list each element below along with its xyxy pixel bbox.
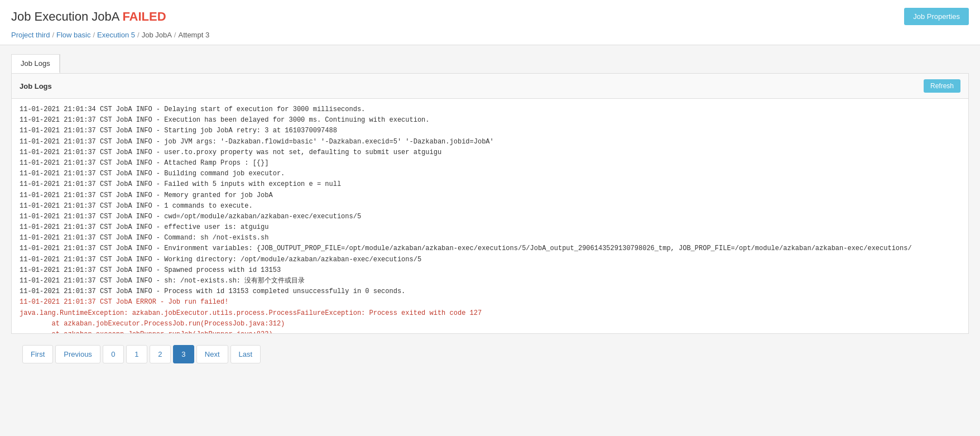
log-line: 11-01-2021 21:01:37 CST JobA INFO - Star… (20, 126, 960, 136)
page-title: Job Execution JobA FAILED (11, 9, 166, 24)
log-body: 11-01-2021 21:01:34 CST JobA INFO - Dela… (12, 99, 968, 333)
breadcrumb-project-label: Project (11, 31, 33, 39)
breadcrumb-attempt: Attempt 3 (178, 31, 209, 39)
log-line: 11-01-2021 21:01:37 CST JobA INFO - job … (20, 137, 960, 147)
log-section-title: Job Logs (20, 82, 52, 90)
tab-job-logs[interactable]: Job Logs (12, 55, 60, 73)
breadcrumb-flow-label: Flow (56, 31, 71, 39)
job-properties-button[interactable]: Job Properties (904, 8, 969, 25)
page-2-button[interactable]: 2 (150, 345, 171, 363)
pagination: First Previous 0 1 2 3 Next Last (11, 334, 969, 375)
log-line: 11-01-2021 21:01:37 CST JobA INFO - Atta… (20, 158, 960, 169)
log-line: 11-01-2021 21:01:37 CST JobA INFO - Comm… (20, 233, 960, 243)
breadcrumb-execution-link[interactable]: Execution 5 (97, 31, 135, 39)
title-status: FAILED (122, 9, 166, 23)
refresh-button[interactable]: Refresh (924, 79, 960, 93)
log-line: 11-01-2021 21:01:37 CST JobA INFO - Envi… (20, 243, 960, 254)
log-outer-container: Job Logs Refresh 11-01-2021 21:01:34 CST… (11, 73, 969, 334)
log-line: 11-01-2021 21:01:37 CST JobA INFO - sh: … (20, 276, 960, 286)
breadcrumb-sep-1: / (52, 31, 54, 39)
log-line: 11-01-2021 21:01:37 CST JobA INFO - cwd=… (20, 212, 960, 222)
log-header: Job Logs Refresh (12, 74, 968, 99)
log-line: 11-01-2021 21:01:37 CST JobA INFO - Spaw… (20, 265, 960, 276)
log-scroll-wrapper[interactable]: 11-01-2021 21:01:34 CST JobA INFO - Dela… (12, 99, 968, 333)
log-line: java.lang.RuntimeException: azkaban.jobE… (20, 308, 960, 319)
breadcrumb-job: Job JobA (142, 31, 172, 39)
breadcrumb-execution-number: 5 (131, 31, 135, 39)
title-row: Job Execution JobA FAILED Job Properties (11, 8, 969, 25)
log-line: 11-01-2021 21:01:37 CST JobA ERROR - Job… (20, 297, 960, 308)
log-line: 11-01-2021 21:01:37 CST JobA INFO - Work… (20, 255, 960, 265)
breadcrumb-sep-2: / (93, 31, 95, 39)
breadcrumb-flow-name: basic (74, 31, 90, 39)
last-page-button[interactable]: Last (230, 345, 261, 363)
log-line: 11-01-2021 21:01:37 CST JobA INFO - effe… (20, 222, 960, 233)
log-line: at azkaban.jobExecutor.ProcessJob.run(Pr… (20, 319, 960, 329)
log-line: 11-01-2021 21:01:37 CST JobA INFO - Exec… (20, 115, 960, 126)
title-prefix: Job Execution JobA (11, 9, 119, 23)
page-3-button[interactable]: 3 (173, 345, 194, 363)
log-line: 11-01-2021 21:01:34 CST JobA INFO - Dela… (20, 104, 960, 115)
first-page-button[interactable]: First (22, 345, 53, 363)
page-0-button[interactable]: 0 (103, 345, 124, 363)
next-page-button[interactable]: Next (196, 345, 228, 363)
breadcrumb-project-link[interactable]: Project third (11, 31, 50, 39)
log-line: 11-01-2021 21:01:37 CST JobA INFO - Memo… (20, 190, 960, 201)
log-line: 11-01-2021 21:01:37 CST JobA INFO - 1 co… (20, 201, 960, 212)
page-header: Job Execution JobA FAILED Job Properties… (0, 0, 980, 45)
breadcrumb-project-name: third (36, 31, 50, 39)
log-line: at azkaban.execapp.JobRunner.runJob(JobR… (20, 329, 960, 333)
breadcrumb: Project third / Flow basic / Execution 5… (11, 31, 969, 45)
previous-page-button[interactable]: Previous (55, 345, 100, 363)
breadcrumb-sep-3: / (137, 31, 140, 39)
log-line: 11-01-2021 21:01:37 CST JobA INFO - Buil… (20, 169, 960, 179)
breadcrumb-execution-label: Execution (97, 31, 129, 39)
tab-job-logs-label: Job Logs (21, 59, 50, 68)
breadcrumb-sep-4: / (174, 31, 176, 39)
log-line: 11-01-2021 21:01:37 CST JobA INFO - user… (20, 147, 960, 158)
log-line: 11-01-2021 21:01:37 CST JobA INFO - Fail… (20, 179, 960, 190)
main-content: Job Logs Job Logs Refresh 11-01-2021 21:… (0, 45, 980, 384)
tab-bar: Job Logs (11, 54, 60, 73)
page-1-button[interactable]: 1 (126, 345, 147, 363)
log-line: 11-01-2021 21:01:37 CST JobA INFO - Proc… (20, 286, 960, 297)
breadcrumb-flow-link[interactable]: Flow basic (56, 31, 90, 39)
